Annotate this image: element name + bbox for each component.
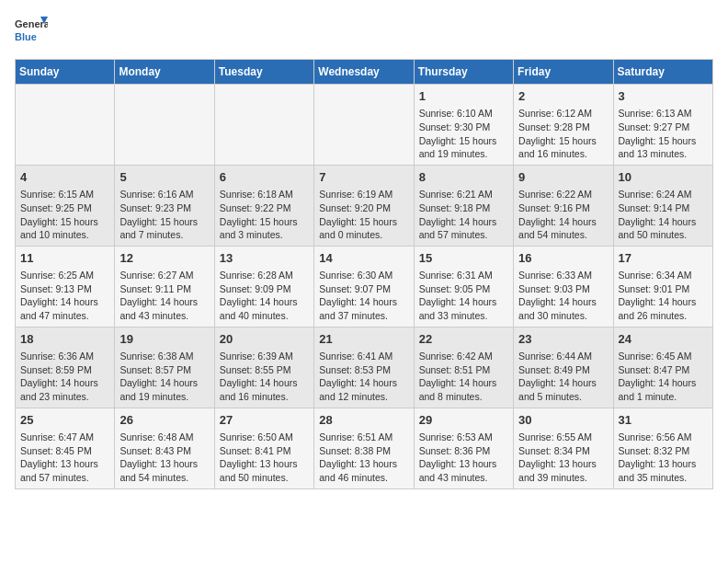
- day-info: Sunrise: 6:15 AM: [20, 188, 109, 201]
- day-info: and 54 minutes.: [518, 228, 608, 242]
- day-info: Sunrise: 6:24 AM: [619, 188, 708, 201]
- day-info: and 7 minutes.: [119, 228, 209, 242]
- day-info: Daylight: 15 hours: [119, 215, 209, 229]
- column-header-monday: Monday: [115, 60, 214, 85]
- week-row-1: 1Sunrise: 6:10 AMSunset: 9:30 PMDaylight…: [16, 85, 713, 166]
- day-info: Daylight: 15 hours: [619, 134, 708, 148]
- day-info: Daylight: 14 hours: [518, 376, 608, 390]
- day-info: Daylight: 14 hours: [518, 215, 608, 229]
- week-row-5: 25Sunrise: 6:47 AMSunset: 8:45 PMDayligh…: [16, 408, 713, 488]
- column-header-wednesday: Wednesday: [314, 60, 414, 85]
- logo: General Blue: [15, 15, 48, 48]
- day-info: and 19 minutes.: [419, 147, 508, 161]
- day-info: Sunrise: 6:33 AM: [518, 269, 608, 282]
- day-info: Sunset: 8:59 PM: [20, 363, 109, 377]
- day-number: 1: [419, 88, 508, 105]
- day-info: Sunset: 9:07 PM: [319, 282, 408, 296]
- day-info: Sunrise: 6:22 AM: [518, 188, 608, 201]
- day-number: 18: [20, 331, 109, 348]
- day-info: and 23 minutes.: [20, 390, 109, 404]
- day-info: Daylight: 14 hours: [619, 295, 708, 309]
- day-info: and 30 minutes.: [518, 309, 608, 323]
- day-number: 6: [220, 169, 309, 186]
- day-info: Sunset: 8:34 PM: [518, 444, 608, 458]
- calendar-cell: 27Sunrise: 6:50 AMSunset: 8:41 PMDayligh…: [214, 408, 313, 488]
- week-row-2: 4Sunrise: 6:15 AMSunset: 9:25 PMDaylight…: [16, 165, 713, 246]
- column-header-sunday: Sunday: [16, 60, 115, 85]
- day-info: Sunset: 9:13 PM: [20, 282, 109, 296]
- day-info: Sunrise: 6:16 AM: [119, 188, 209, 201]
- day-number: 12: [119, 250, 209, 267]
- calendar-cell: 19Sunrise: 6:38 AMSunset: 8:57 PMDayligh…: [115, 327, 214, 408]
- calendar-cell: 29Sunrise: 6:53 AMSunset: 8:36 PMDayligh…: [414, 408, 513, 488]
- day-info: Sunset: 9:14 PM: [619, 201, 708, 215]
- day-info: Sunrise: 6:13 AM: [619, 107, 708, 121]
- day-info: Daylight: 14 hours: [419, 215, 508, 229]
- day-info: and 10 minutes.: [20, 228, 109, 242]
- day-info: Sunset: 8:51 PM: [419, 363, 508, 377]
- day-info: Sunrise: 6:36 AM: [20, 350, 109, 363]
- day-info: and 57 minutes.: [419, 228, 508, 242]
- day-number: 11: [20, 250, 109, 267]
- calendar-cell: 31Sunrise: 6:56 AMSunset: 8:32 PMDayligh…: [613, 408, 712, 488]
- day-info: Daylight: 14 hours: [319, 295, 408, 309]
- calendar-cell: 21Sunrise: 6:41 AMSunset: 8:53 PMDayligh…: [314, 327, 414, 408]
- day-info: and 16 minutes.: [518, 147, 608, 161]
- day-info: Daylight: 14 hours: [619, 215, 708, 229]
- calendar-cell: 20Sunrise: 6:39 AMSunset: 8:55 PMDayligh…: [214, 327, 313, 408]
- day-info: Sunset: 9:03 PM: [518, 282, 608, 296]
- day-info: Daylight: 15 hours: [20, 215, 109, 229]
- day-info: Daylight: 14 hours: [619, 376, 708, 390]
- svg-text:Blue: Blue: [15, 31, 37, 42]
- day-info: Sunset: 9:20 PM: [319, 201, 408, 215]
- day-number: 27: [220, 412, 309, 429]
- day-info: Sunrise: 6:27 AM: [119, 269, 209, 282]
- day-info: Sunset: 9:22 PM: [220, 201, 309, 215]
- day-info: Sunrise: 6:47 AM: [20, 431, 109, 444]
- day-info: Sunrise: 6:56 AM: [619, 431, 708, 444]
- day-info: Daylight: 13 hours: [220, 457, 309, 471]
- calendar-cell: 28Sunrise: 6:51 AMSunset: 8:38 PMDayligh…: [314, 408, 414, 488]
- day-number: 8: [419, 169, 508, 186]
- calendar-cell: 9Sunrise: 6:22 AMSunset: 9:16 PMDaylight…: [514, 165, 613, 246]
- day-info: Sunrise: 6:25 AM: [20, 269, 109, 282]
- day-info: Sunrise: 6:38 AM: [119, 350, 209, 363]
- calendar-cell: 17Sunrise: 6:34 AMSunset: 9:01 PMDayligh…: [613, 246, 712, 327]
- day-info: and 3 minutes.: [220, 228, 309, 242]
- day-number: 9: [518, 169, 608, 186]
- header: General Blue: [15, 15, 713, 48]
- day-info: Sunrise: 6:10 AM: [419, 107, 508, 121]
- column-header-friday: Friday: [514, 60, 613, 85]
- day-info: Sunrise: 6:44 AM: [518, 350, 608, 363]
- day-number: 22: [419, 331, 508, 348]
- column-header-tuesday: Tuesday: [214, 60, 313, 85]
- day-number: 28: [319, 412, 408, 429]
- calendar-cell: 8Sunrise: 6:21 AMSunset: 9:18 PMDaylight…: [414, 165, 513, 246]
- day-info: Sunset: 8:43 PM: [119, 444, 209, 458]
- day-number: 23: [518, 331, 608, 348]
- day-info: and 16 minutes.: [220, 390, 309, 404]
- day-info: and 46 minutes.: [319, 471, 408, 485]
- calendar-cell: 7Sunrise: 6:19 AMSunset: 9:20 PMDaylight…: [314, 165, 414, 246]
- day-info: Daylight: 14 hours: [220, 295, 309, 309]
- day-info: Daylight: 13 hours: [20, 457, 109, 471]
- day-info: Sunrise: 6:19 AM: [319, 188, 408, 201]
- day-info: and 54 minutes.: [119, 471, 209, 485]
- calendar-cell: 25Sunrise: 6:47 AMSunset: 8:45 PMDayligh…: [16, 408, 115, 488]
- day-info: Sunset: 9:11 PM: [119, 282, 209, 296]
- day-info: Sunset: 9:01 PM: [619, 282, 708, 296]
- day-info: Sunset: 8:55 PM: [220, 363, 309, 377]
- day-info: and 1 minute.: [619, 390, 708, 404]
- day-info: Sunrise: 6:51 AM: [319, 431, 408, 444]
- day-number: 26: [119, 412, 209, 429]
- calendar-cell: 30Sunrise: 6:55 AMSunset: 8:34 PMDayligh…: [514, 408, 613, 488]
- day-info: Sunrise: 6:53 AM: [419, 431, 508, 444]
- day-info: and 43 minutes.: [119, 309, 209, 323]
- day-info: Daylight: 13 hours: [119, 457, 209, 471]
- calendar-cell: 3Sunrise: 6:13 AMSunset: 9:27 PMDaylight…: [613, 85, 712, 166]
- day-info: Sunrise: 6:42 AM: [419, 350, 508, 363]
- day-number: 5: [119, 169, 209, 186]
- day-info: Sunset: 9:23 PM: [119, 201, 209, 215]
- calendar-cell: [314, 85, 414, 166]
- day-info: Daylight: 14 hours: [20, 295, 109, 309]
